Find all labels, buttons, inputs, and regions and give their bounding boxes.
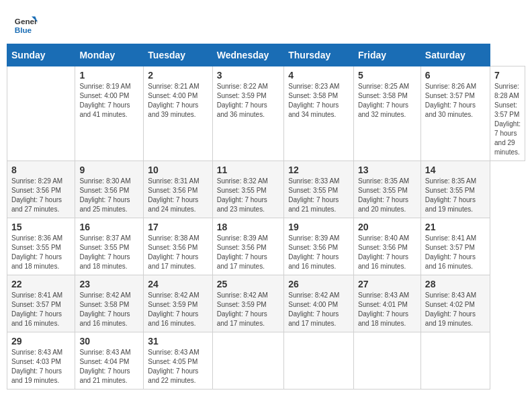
col-header-sunday: Sunday	[7, 44, 75, 66]
day-info: Sunrise: 8:43 AMSunset: 4:04 PMDaylight:…	[79, 348, 139, 385]
calendar-cell	[212, 332, 283, 390]
calendar-cell	[7, 66, 75, 161]
day-info: Sunrise: 8:29 AMSunset: 3:56 PMDaylight:…	[11, 177, 71, 214]
day-info: Sunrise: 8:22 AMSunset: 3:59 PMDaylight:…	[217, 82, 279, 120]
day-number: 1	[79, 70, 139, 81]
day-info: Sunrise: 8:26 AMSunset: 3:57 PMDaylight:…	[425, 82, 486, 120]
calendar-cell: 24Sunrise: 8:42 AMSunset: 3:59 PMDayligh…	[144, 275, 212, 332]
calendar-cell: 13Sunrise: 8:35 AMSunset: 3:55 PMDayligh…	[354, 161, 421, 218]
day-number: 10	[148, 165, 208, 175]
day-number: 2	[148, 70, 208, 81]
calendar-cell: 11Sunrise: 8:32 AMSunset: 3:55 PMDayligh…	[212, 161, 283, 218]
calendar-week-row: 8Sunrise: 8:29 AMSunset: 3:56 PMDaylight…	[7, 161, 525, 218]
day-info: Sunrise: 8:32 AMSunset: 3:55 PMDaylight:…	[217, 177, 279, 214]
col-header-friday: Friday	[354, 44, 421, 66]
day-number: 20	[358, 222, 416, 232]
calendar-cell: 21Sunrise: 8:41 AMSunset: 3:57 PMDayligh…	[420, 218, 490, 275]
day-number: 21	[425, 222, 486, 232]
day-number: 25	[217, 279, 279, 289]
day-info: Sunrise: 8:37 AMSunset: 3:55 PMDaylight:…	[79, 234, 139, 271]
day-info: Sunrise: 8:42 AMSunset: 4:00 PMDaylight:…	[288, 291, 349, 328]
calendar-cell: 27Sunrise: 8:43 AMSunset: 4:01 PMDayligh…	[354, 275, 421, 332]
calendar-cell: 14Sunrise: 8:35 AMSunset: 3:55 PMDayligh…	[420, 161, 490, 218]
day-info: Sunrise: 8:42 AMSunset: 3:59 PMDaylight:…	[148, 291, 208, 328]
calendar-cell: 17Sunrise: 8:38 AMSunset: 3:56 PMDayligh…	[144, 218, 212, 275]
calendar-cell: 3Sunrise: 8:22 AMSunset: 3:59 PMDaylight…	[212, 66, 283, 161]
day-number: 29	[11, 336, 71, 347]
col-header-monday: Monday	[75, 44, 144, 66]
calendar-cell: 6Sunrise: 8:26 AMSunset: 3:57 PMDaylight…	[420, 66, 490, 161]
day-info: Sunrise: 8:39 AMSunset: 3:56 PMDaylight:…	[217, 234, 279, 271]
day-info: Sunrise: 8:35 AMSunset: 3:55 PMDaylight:…	[425, 177, 486, 214]
calendar-cell	[354, 332, 421, 390]
day-number: 28	[425, 279, 486, 289]
day-number: 27	[358, 279, 416, 289]
day-number: 16	[79, 222, 139, 232]
calendar-week-row: 15Sunrise: 8:36 AMSunset: 3:55 PMDayligh…	[7, 218, 525, 275]
day-number: 9	[79, 165, 139, 175]
calendar-cell: 22Sunrise: 8:41 AMSunset: 3:57 PMDayligh…	[7, 275, 75, 332]
col-header-wednesday: Wednesday	[212, 44, 283, 66]
calendar-cell: 5Sunrise: 8:25 AMSunset: 3:58 PMDaylight…	[354, 66, 421, 161]
day-info: Sunrise: 8:19 AMSunset: 4:00 PMDaylight:…	[79, 82, 139, 120]
logo-icon: General Blue	[13, 13, 38, 38]
day-info: Sunrise: 8:40 AMSunset: 3:56 PMDaylight:…	[358, 234, 416, 271]
day-info: Sunrise: 8:33 AMSunset: 3:55 PMDaylight:…	[288, 177, 349, 214]
calendar-week-row: 29Sunrise: 8:43 AMSunset: 4:03 PMDayligh…	[7, 332, 525, 390]
calendar-cell: 12Sunrise: 8:33 AMSunset: 3:55 PMDayligh…	[284, 161, 354, 218]
day-number: 26	[288, 279, 349, 289]
svg-text:Blue: Blue	[15, 26, 32, 34]
calendar-cell: 25Sunrise: 8:42 AMSunset: 3:59 PMDayligh…	[212, 275, 283, 332]
calendar-cell: 7Sunrise: 8:28 AMSunset: 3:57 PMDaylight…	[490, 66, 525, 161]
calendar-cell: 8Sunrise: 8:29 AMSunset: 3:56 PMDaylight…	[7, 161, 75, 218]
day-number: 14	[425, 165, 486, 175]
calendar-week-row: 1Sunrise: 8:19 AMSunset: 4:00 PMDaylight…	[7, 66, 525, 161]
day-number: 24	[148, 279, 208, 289]
day-info: Sunrise: 8:42 AMSunset: 3:58 PMDaylight:…	[79, 291, 139, 328]
day-number: 11	[217, 165, 279, 175]
day-info: Sunrise: 8:43 AMSunset: 4:05 PMDaylight:…	[148, 348, 208, 385]
day-number: 18	[217, 222, 279, 232]
col-header-saturday: Saturday	[420, 44, 490, 66]
day-info: Sunrise: 8:21 AMSunset: 4:00 PMDaylight:…	[148, 82, 208, 120]
calendar-cell: 1Sunrise: 8:19 AMSunset: 4:00 PMDaylight…	[75, 66, 144, 161]
day-number: 5	[358, 70, 416, 81]
day-number: 30	[79, 336, 139, 347]
day-info: Sunrise: 8:28 AMSunset: 3:57 PMDaylight:…	[494, 82, 521, 157]
calendar-cell: 20Sunrise: 8:40 AMSunset: 3:56 PMDayligh…	[354, 218, 421, 275]
day-number: 6	[425, 70, 486, 81]
day-number: 8	[11, 165, 71, 175]
day-info: Sunrise: 8:35 AMSunset: 3:55 PMDaylight:…	[358, 177, 416, 214]
calendar-cell	[284, 332, 354, 390]
day-number: 19	[288, 222, 349, 232]
day-info: Sunrise: 8:36 AMSunset: 3:55 PMDaylight:…	[11, 234, 71, 271]
col-header-thursday: Thursday	[284, 44, 354, 66]
col-header-tuesday: Tuesday	[144, 44, 212, 66]
day-info: Sunrise: 8:43 AMSunset: 4:01 PMDaylight:…	[358, 291, 416, 328]
calendar-cell: 9Sunrise: 8:30 AMSunset: 3:56 PMDaylight…	[75, 161, 144, 218]
day-number: 12	[288, 165, 349, 175]
calendar-cell: 19Sunrise: 8:39 AMSunset: 3:56 PMDayligh…	[284, 218, 354, 275]
day-number: 17	[148, 222, 208, 232]
calendar-cell: 26Sunrise: 8:42 AMSunset: 4:00 PMDayligh…	[284, 275, 354, 332]
day-info: Sunrise: 8:38 AMSunset: 3:56 PMDaylight:…	[148, 234, 208, 271]
header: General Blue	[7, 7, 525, 41]
calendar-cell: 28Sunrise: 8:43 AMSunset: 4:02 PMDayligh…	[420, 275, 490, 332]
calendar-header-row: SundayMondayTuesdayWednesdayThursdayFrid…	[7, 44, 525, 66]
calendar-cell: 29Sunrise: 8:43 AMSunset: 4:03 PMDayligh…	[7, 332, 75, 390]
day-number: 31	[148, 336, 208, 347]
day-info: Sunrise: 8:23 AMSunset: 3:58 PMDaylight:…	[288, 82, 349, 120]
day-number: 22	[11, 279, 71, 289]
calendar-cell: 4Sunrise: 8:23 AMSunset: 3:58 PMDaylight…	[284, 66, 354, 161]
day-number: 4	[288, 70, 349, 81]
day-info: Sunrise: 8:30 AMSunset: 3:56 PMDaylight:…	[79, 177, 139, 214]
day-number: 7	[494, 70, 521, 81]
day-info: Sunrise: 8:42 AMSunset: 3:59 PMDaylight:…	[217, 291, 279, 328]
calendar-cell: 18Sunrise: 8:39 AMSunset: 3:56 PMDayligh…	[212, 218, 283, 275]
calendar-cell: 16Sunrise: 8:37 AMSunset: 3:55 PMDayligh…	[75, 218, 144, 275]
day-info: Sunrise: 8:25 AMSunset: 3:58 PMDaylight:…	[358, 82, 416, 120]
calendar-cell: 2Sunrise: 8:21 AMSunset: 4:00 PMDaylight…	[144, 66, 212, 161]
day-info: Sunrise: 8:43 AMSunset: 4:02 PMDaylight:…	[425, 291, 486, 328]
day-number: 13	[358, 165, 416, 175]
calendar-week-row: 22Sunrise: 8:41 AMSunset: 3:57 PMDayligh…	[7, 275, 525, 332]
